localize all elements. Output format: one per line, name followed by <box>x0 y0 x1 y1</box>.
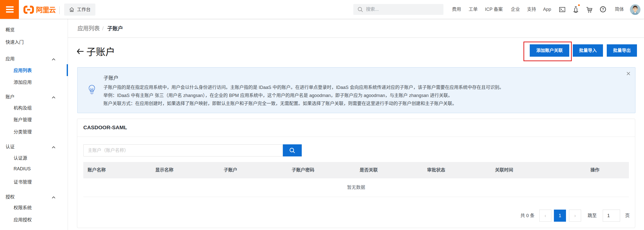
svg-text:?: ? <box>602 7 604 11</box>
svg-text:阿里云: 阿里云 <box>36 6 56 14</box>
